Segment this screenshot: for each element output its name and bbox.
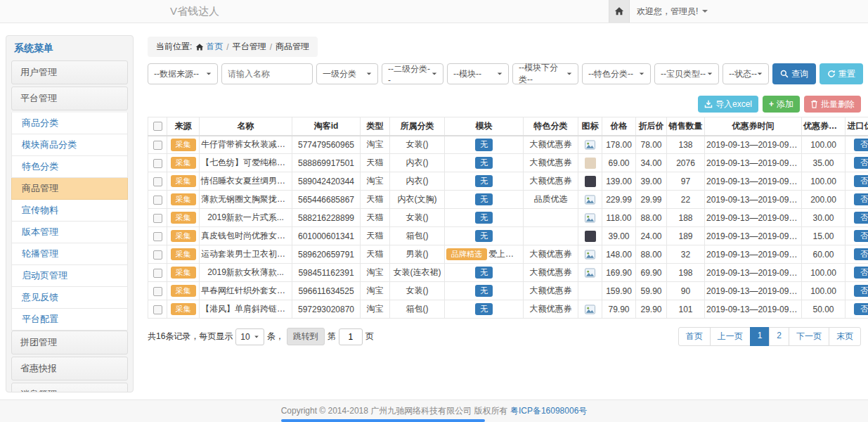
row-checkbox[interactable] [153, 269, 162, 278]
page-button[interactable]: 下一页 [789, 327, 829, 346]
sidebar-sub-item[interactable]: 宣传物料 [11, 200, 128, 222]
sidebar-title: 系统菜单 [11, 39, 128, 60]
data-source-select[interactable]: --数据来源-- [148, 63, 218, 84]
product-image-icon [585, 304, 596, 315]
import-select-toggle[interactable]: 否 [854, 248, 868, 261]
row-checkbox[interactable] [153, 214, 162, 223]
product-name: 牛仔背带裤女秋装减龄... [200, 136, 292, 154]
chevron-down-icon [708, 72, 712, 75]
column-header: 优惠券时间 [705, 117, 802, 136]
sidebar-sub-item[interactable]: 特色分类 [11, 156, 128, 178]
product-type: 天猫 [361, 191, 390, 209]
batch-delete-button[interactable]: 批量删除 [804, 96, 861, 113]
table-row: 采集 真皮钱包时尚优雅女士... 601000601341 天猫 箱包() 无 … [148, 227, 868, 245]
import-excel-button[interactable]: 导入excel [698, 96, 758, 113]
page-button[interactable]: 2 [769, 327, 789, 346]
filter-select[interactable]: 一级分类 [316, 63, 378, 84]
pagination-bar: 共16条记录，每页显示 10 条， 跳转到 第 页 首页上一页12下一页末页 [148, 327, 861, 346]
import-select-toggle[interactable]: 否 [854, 285, 868, 298]
import-select-toggle[interactable]: 否 [854, 212, 868, 224]
row-checkbox[interactable] [153, 141, 162, 150]
coupon-amount: 15.00 [802, 227, 846, 245]
coupon-amount: 100.00 [802, 172, 846, 191]
row-checkbox[interactable] [153, 159, 162, 168]
discount-price: 29.99 [636, 191, 667, 209]
add-button[interactable]: + 添加 [763, 96, 800, 113]
import-select-toggle[interactable]: 否 [854, 193, 868, 206]
import-select-toggle[interactable]: 否 [854, 267, 868, 279]
row-checkbox[interactable] [153, 287, 162, 296]
price: 178.00 [602, 136, 636, 154]
column-header: 价格 [602, 117, 636, 136]
user-menu[interactable]: 欢迎您，管理员! [637, 0, 708, 23]
admin-page: V省钱达人 欢迎您，管理员! 系统菜单 用户管理平台管理商品分类模块商品分类特色… [0, 0, 868, 422]
breadcrumb-home-link[interactable]: 首页 [195, 41, 223, 53]
page-number-input[interactable] [339, 328, 363, 345]
product-category: 内衣() [390, 172, 445, 191]
sidebar-sub-item[interactable]: 商品管理 [11, 178, 128, 200]
sidebar-sub-item[interactable]: 版本管理 [11, 222, 128, 243]
import-select-toggle[interactable]: 否 [854, 230, 868, 243]
feature-category: 大额优惠券 [524, 136, 578, 154]
import-select-toggle[interactable]: 否 [854, 139, 868, 151]
page-button[interactable]: 末页 [829, 327, 861, 346]
row-checkbox[interactable] [153, 305, 162, 314]
row-checkbox[interactable] [153, 232, 162, 241]
chevron-down-icon [207, 72, 211, 75]
sidebar-sub-item[interactable]: 启动页管理 [11, 265, 128, 287]
coupon-time: 2019-09-13—2019-09-18 [705, 300, 802, 319]
taoke-id: 597293020870 [292, 300, 361, 319]
sales-count: 32 [667, 245, 705, 264]
product-name: 【七色纺】可爱纯棉家... [200, 154, 292, 172]
breadcrumb-item: 平台管理 [233, 41, 266, 53]
horizontal-scrollbar-thumb[interactable] [281, 419, 485, 422]
icp-link[interactable]: 粤ICP备16098006号 [510, 405, 587, 417]
column-header: 来源 [167, 117, 200, 136]
price: 39.00 [602, 227, 636, 245]
page-button[interactable]: 上一页 [710, 327, 751, 346]
filter-select[interactable]: --宝贝类型-- [654, 63, 719, 84]
sidebar-sub-item[interactable]: 商品分类 [11, 113, 128, 134]
import-select-toggle[interactable]: 否 [854, 303, 868, 316]
source-badge: 采集 [171, 285, 196, 298]
import-select-toggle[interactable]: 否 [854, 175, 868, 188]
filter-select[interactable]: --特色分类-- [582, 63, 651, 84]
filter-select[interactable]: --状态-- [723, 63, 769, 84]
name-search-input[interactable] [221, 63, 313, 84]
sidebar-sub-item[interactable]: 平台配置 [11, 309, 128, 331]
reset-button[interactable]: 重置 [820, 63, 863, 84]
filter-select[interactable]: --模块下分类-- [512, 63, 578, 84]
page-button[interactable]: 1 [750, 327, 770, 346]
product-name: 2019新款一片式系... [200, 209, 292, 227]
sidebar-group-item[interactable]: 消息管理 [11, 383, 128, 392]
product-category: 内衣(文胸) [390, 191, 445, 209]
sidebar-group-item[interactable]: 省惠快报 [11, 357, 128, 381]
module-badge: 无 [475, 175, 493, 188]
icon-cell [578, 172, 602, 191]
search-button[interactable]: 查询 [772, 63, 816, 84]
column-header: 折后价 [636, 117, 667, 136]
sidebar-group-item[interactable]: 平台管理 [11, 87, 128, 110]
jump-button[interactable]: 跳转到 [287, 328, 325, 345]
home-button[interactable] [609, 0, 630, 23]
import-select-toggle[interactable]: 否 [854, 157, 868, 170]
feature-category [524, 227, 578, 245]
source-badge: 采集 [171, 267, 196, 279]
sidebar-sub-item[interactable]: 意见反馈 [11, 287, 128, 309]
select-all-checkbox[interactable] [153, 122, 162, 131]
row-checkbox[interactable] [153, 196, 162, 205]
sidebar-sub-item[interactable]: 模块商品分类 [11, 134, 128, 156]
sidebar-group-item[interactable]: 拼团管理 [11, 331, 128, 354]
column-header: 名称 [200, 117, 292, 136]
product-image-icon [585, 194, 596, 205]
column-header: 类型 [361, 117, 390, 136]
filter-select[interactable]: --二级分类-- [382, 63, 443, 84]
row-checkbox[interactable] [153, 250, 162, 260]
filter-select[interactable]: --模块-- [447, 63, 509, 84]
sidebar-sub-item[interactable]: 轮播管理 [11, 243, 128, 265]
per-page-select[interactable]: 10 [235, 328, 264, 345]
module-badge: 品牌精选 [446, 248, 487, 261]
row-checkbox[interactable] [153, 177, 162, 186]
sidebar-group-item[interactable]: 用户管理 [11, 60, 128, 84]
page-button[interactable]: 首页 [678, 327, 711, 346]
